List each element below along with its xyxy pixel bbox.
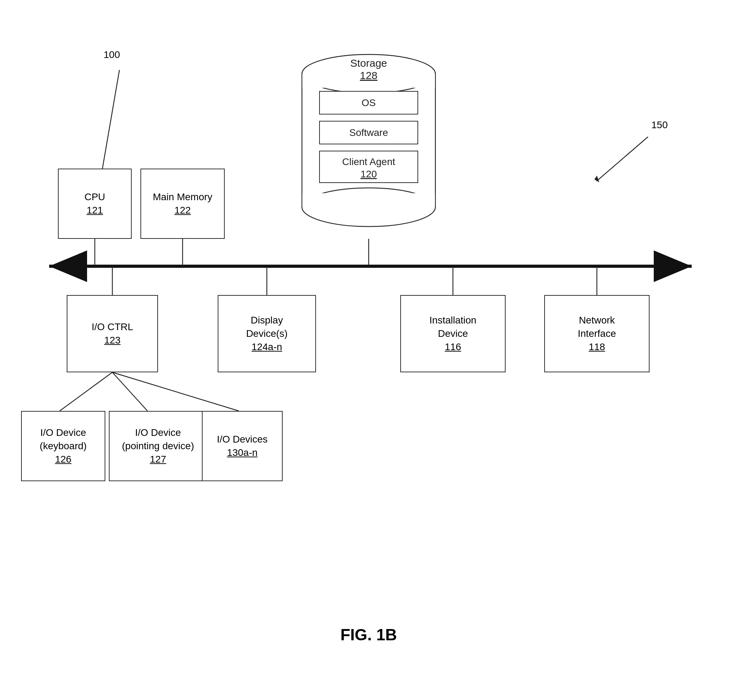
display-ref: 124a-n <box>251 340 282 354</box>
display-label: DisplayDevice(s) <box>246 314 288 340</box>
svg-rect-19 <box>302 193 435 207</box>
svg-text:Software: Software <box>349 127 388 138</box>
main-memory-box: Main Memory 122 <box>141 169 225 239</box>
cpu-ref: 121 <box>87 204 103 217</box>
svg-text:OS: OS <box>362 97 376 108</box>
io-devices-label: I/O Devices <box>217 433 268 446</box>
svg-line-13 <box>597 137 648 181</box>
svg-text:128: 128 <box>360 69 377 81</box>
install-label: InstallationDevice <box>429 314 476 340</box>
ref-150-label: 150 <box>651 119 668 131</box>
ioctrl-box: I/O CTRL 123 <box>67 295 158 372</box>
io-devices-n-box: I/O Devices 130a-n <box>202 411 283 481</box>
cpu-box: CPU 121 <box>58 169 132 239</box>
io-devices-ref: 130a-n <box>227 446 257 459</box>
cylinder-svg: Storage 128 OS Software Client Agent 120 <box>295 46 442 242</box>
ioctrl-label: I/O CTRL <box>92 320 133 334</box>
install-ref: 116 <box>445 340 461 354</box>
svg-text:120: 120 <box>361 169 377 179</box>
main-memory-label: Main Memory <box>153 190 213 204</box>
network-label: NetworkInterface <box>578 314 616 340</box>
cpu-label: CPU <box>84 190 105 204</box>
svg-line-9 <box>112 372 147 411</box>
io-keyboard-label: I/O Device(keyboard) <box>40 426 87 453</box>
io-pointing-label: I/O Device(pointing device) <box>122 426 194 453</box>
install-device-box: InstallationDevice 116 <box>400 295 506 372</box>
network-ref: 118 <box>589 340 605 354</box>
io-keyboard-ref: 126 <box>55 453 72 466</box>
main-memory-ref: 122 <box>175 204 191 217</box>
fig-label: FIG. 1B <box>298 625 439 644</box>
svg-line-8 <box>60 372 112 411</box>
io-pointing-box: I/O Device(pointing device) 127 <box>109 411 207 481</box>
svg-text:Storage: Storage <box>350 57 387 69</box>
diagram: 100 150 CPU 121 Main Memory 122 Storage … <box>0 0 731 700</box>
storage-cylinder: Storage 128 OS Software Client Agent 120 <box>295 46 442 242</box>
svg-line-10 <box>112 372 239 411</box>
io-pointing-ref: 127 <box>150 453 166 466</box>
ref-100-label: 100 <box>104 49 120 60</box>
io-keyboard-box: I/O Device(keyboard) 126 <box>21 411 105 481</box>
network-interface-box: NetworkInterface 118 <box>544 295 650 372</box>
svg-line-11 <box>102 70 119 172</box>
svg-text:Client Agent: Client Agent <box>342 156 395 167</box>
ioctrl-ref: 123 <box>104 334 121 347</box>
display-device-box: DisplayDevice(s) 124a-n <box>218 295 316 372</box>
svg-marker-14 <box>594 176 599 182</box>
